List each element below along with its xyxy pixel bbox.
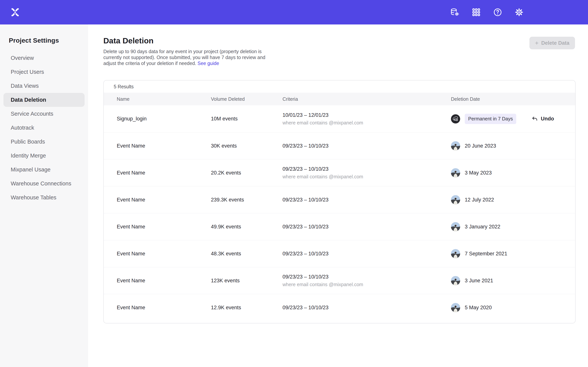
- row-deletion-date: Permanent in 7 Days Undo: [451, 114, 575, 124]
- mixpanel-logo-icon[interactable]: [11, 8, 19, 17]
- table-row: Event Name 20.2K events 09/23/23 – 10/10…: [104, 159, 575, 186]
- criteria-filter: where email contains @mixpanel.com: [283, 282, 451, 287]
- row-deletion-date: 7 September 2021: [451, 249, 575, 258]
- sidebar-item-project-users[interactable]: Project Users: [3, 65, 85, 79]
- undo-label: Undo: [541, 116, 554, 122]
- sidebar-item-autotrack[interactable]: Autotrack: [3, 121, 85, 135]
- row-name: Event Name: [117, 143, 211, 149]
- column-header-volume: Volume Deleted: [211, 96, 283, 102]
- sidebar-item-identity-merge[interactable]: Identity Merge: [3, 149, 85, 163]
- data-management-icon[interactable]: [450, 8, 459, 17]
- table-row: Event Name 239.3K events 09/23/23 – 10/1…: [104, 186, 575, 213]
- page-description-text: Delete up to 90 days data for any event …: [103, 49, 265, 66]
- sidebar-item-warehouse-tables[interactable]: Warehouse Tables: [3, 191, 85, 205]
- dark-illustration-avatar: [451, 114, 460, 124]
- delete-data-button-label: Delete Data: [541, 40, 570, 46]
- criteria-range: 09/23/23 – 10/10/23: [283, 166, 451, 172]
- column-header-criteria: Criteria: [283, 96, 451, 102]
- person-photo-avatar: [451, 303, 460, 312]
- person-photo-avatar: [451, 249, 460, 258]
- criteria-range: 09/23/23 – 10/10/23: [283, 251, 451, 257]
- row-name: Event Name: [117, 278, 211, 284]
- row-name: Signup_login: [117, 116, 211, 122]
- row-deletion-date: 3 May 2023: [451, 168, 575, 177]
- row-deletion-date: 12 July 2022: [451, 195, 575, 204]
- sidebar-title: Project Settings: [0, 25, 88, 44]
- column-header-name: Name: [117, 96, 211, 102]
- deletion-date-text: 3 January 2022: [465, 224, 500, 230]
- criteria-range: 10/01/23 – 12/01/23: [283, 112, 451, 118]
- sidebar-item-overview[interactable]: Overview: [3, 51, 85, 65]
- criteria-range: 09/23/23 – 10/10/23: [283, 224, 451, 230]
- sidebar-item-mixpanel-usage[interactable]: Mixpanel Usage: [3, 163, 85, 177]
- table-row: Event Name 123K events 09/23/23 – 10/10/…: [104, 267, 575, 294]
- sidebar-item-data-deletion[interactable]: Data Deletion: [3, 93, 85, 107]
- sidebar-list: Overview Project Users Data Views Data D…: [0, 51, 88, 205]
- row-deletion-date: 5 May 2020: [451, 303, 575, 312]
- row-criteria: 09/23/23 – 10/10/23: [283, 224, 451, 230]
- undo-icon: [532, 116, 538, 122]
- row-criteria: 09/23/23 – 10/10/23: [283, 197, 451, 203]
- deletion-date-text: 5 May 2020: [465, 305, 492, 311]
- see-guide-link[interactable]: See guide: [198, 61, 219, 66]
- deletion-date-text: 3 June 2021: [465, 278, 493, 284]
- deletion-date-text: 7 September 2021: [465, 251, 507, 257]
- row-criteria: 09/23/23 – 10/10/23 where email contains…: [283, 166, 451, 179]
- row-volume: 20.2K events: [211, 170, 283, 176]
- page-description: Delete up to 90 days data for any event …: [103, 49, 274, 66]
- sidebar-item-service-accounts[interactable]: Service Accounts: [3, 107, 85, 121]
- table-header-row: Name Volume Deleted Criteria Deletion Da…: [104, 93, 575, 105]
- criteria-filter: where email contains @mixpanel.com: [283, 174, 451, 179]
- row-name: Event Name: [117, 170, 211, 176]
- settings-gear-icon[interactable]: [515, 8, 524, 17]
- criteria-range: 09/23/23 – 10/10/23: [283, 305, 451, 311]
- table-row: Event Name 48.3K events 09/23/23 – 10/10…: [104, 240, 575, 267]
- page-title: Data Deletion: [103, 36, 154, 45]
- status-badge: Permanent in 7 Days: [465, 114, 516, 124]
- criteria-filter: where email contains @mixpanel.com: [283, 120, 451, 125]
- row-volume: 123K events: [211, 278, 283, 284]
- top-nav: [0, 0, 588, 25]
- row-volume: 12.9K events: [211, 305, 283, 311]
- settings-sidebar: Project Settings Overview Project Users …: [0, 25, 88, 367]
- help-icon[interactable]: [493, 8, 502, 17]
- row-name: Event Name: [117, 224, 211, 230]
- plus-icon: +: [535, 40, 539, 46]
- person-photo-avatar: [451, 222, 460, 231]
- apps-grid-icon[interactable]: [472, 8, 481, 17]
- deletion-table-card: 5 Results Name Volume Deleted Criteria D…: [103, 80, 576, 323]
- sidebar-item-data-views[interactable]: Data Views: [3, 79, 85, 93]
- row-deletion-date: 3 June 2021: [451, 276, 575, 285]
- person-photo-avatar: [451, 276, 460, 285]
- row-criteria: 09/23/23 – 10/10/23: [283, 305, 451, 311]
- row-volume: 10M events: [211, 116, 283, 122]
- row-volume: 49.9K events: [211, 224, 283, 230]
- column-header-deletion-date: Deletion Date: [451, 96, 575, 102]
- row-deletion-date: 20 June 2023: [451, 141, 575, 150]
- delete-data-button[interactable]: + Delete Data: [529, 37, 575, 49]
- results-count: 5 Results: [104, 81, 575, 93]
- main-content: Data Deletion Delete up to 90 days data …: [88, 25, 588, 367]
- row-name: Event Name: [117, 251, 211, 257]
- criteria-range: 09/23/23 – 10/10/23: [283, 197, 451, 203]
- row-volume: 239.3K events: [211, 197, 283, 203]
- criteria-range: 09/23/23 – 10/10/23: [283, 274, 451, 280]
- table-row: Signup_login 10M events 10/01/23 – 12/01…: [104, 105, 575, 132]
- sidebar-item-warehouse-connections[interactable]: Warehouse Connections: [3, 177, 85, 191]
- person-photo-avatar: [451, 195, 460, 204]
- table-row: Event Name 30K events 09/23/23 – 10/10/2…: [104, 132, 575, 159]
- sidebar-item-public-boards[interactable]: Public Boards: [3, 135, 85, 149]
- criteria-range: 09/23/23 – 10/10/23: [283, 143, 451, 149]
- row-volume: 30K events: [211, 143, 283, 149]
- deletion-date-text: 20 June 2023: [465, 143, 496, 149]
- undo-button[interactable]: Undo: [532, 116, 554, 122]
- deletion-date-text: 3 May 2023: [465, 170, 492, 176]
- row-name: Event Name: [117, 197, 211, 203]
- table-row: Event Name 49.9K events 09/23/23 – 10/10…: [104, 213, 575, 240]
- person-photo-avatar: [451, 168, 460, 177]
- row-criteria: 09/23/23 – 10/10/23: [283, 251, 451, 257]
- row-criteria: 09/23/23 – 10/10/23 where email contains…: [283, 274, 451, 287]
- row-criteria: 09/23/23 – 10/10/23: [283, 143, 451, 149]
- table-row: Event Name 12.9K events 09/23/23 – 10/10…: [104, 294, 575, 321]
- row-deletion-date: 3 January 2022: [451, 222, 575, 231]
